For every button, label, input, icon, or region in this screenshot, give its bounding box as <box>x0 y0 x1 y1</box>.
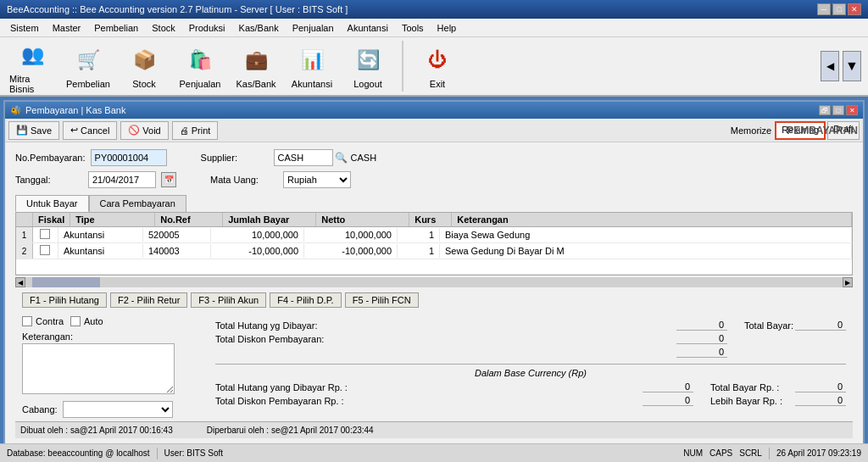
th-fiskal: Fiskal <box>33 213 70 226</box>
toolbar-separator <box>402 41 403 92</box>
print-label: Print <box>192 125 211 136</box>
f3-pilih-akun-button[interactable]: F3 - Pilih Akun <box>191 292 266 308</box>
void-button[interactable]: 🚫 Void <box>120 121 168 140</box>
auto-checkbox[interactable] <box>70 316 81 326</box>
keterangan-textarea[interactable] <box>22 343 175 394</box>
diperbarui-info: Diperbarui oleh : se@21 April 2017 00:23… <box>207 426 374 435</box>
table-row[interactable]: 2 Akuntansi 140003 -10,000,000 -10,000,0… <box>16 243 852 259</box>
tanggal-input[interactable] <box>88 171 156 188</box>
toolbar-penjualan[interactable]: 🛍️ Penjualan <box>175 41 225 92</box>
f1-pilih-hutang-button[interactable]: F1 - Pilih Hutang <box>22 292 107 308</box>
menu-pembelian[interactable]: Pembelian <box>87 21 145 35</box>
horizontal-scrollbar[interactable]: ◀ ▶ <box>15 277 853 287</box>
print-icon: 🖨 <box>180 125 189 136</box>
toolbar-pembelian[interactable]: 🛒 Pembelian <box>63 41 114 92</box>
row2-netto: -10,000,000 <box>304 244 398 258</box>
table-row[interactable]: 1 Akuntansi 520005 10,000,000 10,000,000… <box>16 227 852 243</box>
menu-help[interactable]: Help <box>431 21 464 35</box>
cabang-select[interactable] <box>63 401 173 418</box>
title-buttons: ─ □ ✕ <box>817 3 861 15</box>
menu-produksi[interactable]: Produksi <box>182 21 232 35</box>
lebih-bayar-rp-value: 0 <box>795 395 846 406</box>
window-close-button[interactable]: ✕ <box>846 105 858 115</box>
lebih-bayar-rp-row: Lebih Bayar Rp. : 0 <box>710 395 846 406</box>
total-diskon-label: Total Diskon Pembayaran: <box>215 334 324 344</box>
f5-pilih-fcn-button[interactable]: F5 - Pilih FCN <box>345 292 419 308</box>
row2-keterangan: Sewa Gedung Di Bayar Di M <box>440 244 852 258</box>
keterangan-label: Keterangan: <box>22 331 209 342</box>
tab-untuk-bayar[interactable]: Untuk Bayar <box>15 195 89 212</box>
no-pembayaran-input[interactable] <box>91 149 167 166</box>
print-button[interactable]: 🖨 Print <box>172 121 219 140</box>
menu-kasbank[interactable]: Kas/Bank <box>232 21 286 35</box>
total-bayar-rp-value: 0 <box>795 381 846 392</box>
f2-pilih-retur-button[interactable]: F2 - Pilih Retur <box>110 292 187 308</box>
f4-pilih-dp-button[interactable]: F4 - Pilih D.P. <box>270 292 341 308</box>
total-hutang-row: Total Hutang yg Dibayar: 0 <box>215 320 727 331</box>
no-pembayaran-label: No.Pembayaran: <box>15 153 86 163</box>
nav-forward-button[interactable]: ▼ <box>843 51 861 81</box>
toolbar-kasbank-label: Kas/Bank <box>236 79 275 89</box>
database-status: Database: beeaccounting @ localhost <box>7 448 150 458</box>
contra-label: Contra <box>36 316 64 326</box>
toolbar-stock-label: Stock <box>132 79 156 89</box>
pembelian-icon: 🛒 <box>71 43 105 77</box>
mata-uang-label: Mata Uang: <box>210 175 278 185</box>
caps-indicator: CAPS <box>709 448 732 458</box>
menu-sistem[interactable]: Sistem <box>3 21 46 35</box>
table-header: Fiskal Tipe No.Ref Jumlah Bayar Netto Ku… <box>16 213 852 227</box>
maximize-button[interactable]: □ <box>832 3 846 15</box>
row1-noref: 520005 <box>143 228 211 242</box>
toolbar-stock[interactable]: 📦 Stock <box>119 41 170 92</box>
toolbar-akuntansi[interactable]: 📊 Akuntansi <box>287 41 337 92</box>
th-jumlah: Jumlah Bayar <box>223 213 316 226</box>
toolbar-kasbank[interactable]: 💼 Kas/Bank <box>231 41 281 92</box>
bottom-section: Contra Auto Keterangan: Cabang: <box>15 313 853 421</box>
toolbar-logout[interactable]: 🔄 Logout <box>342 41 393 92</box>
stock-icon: 📦 <box>127 43 161 77</box>
window-maximize-button[interactable]: □ <box>832 105 844 115</box>
contra-checkbox[interactable] <box>22 316 32 326</box>
data-table: Fiskal Tipe No.Ref Jumlah Bayar Netto Ku… <box>15 212 853 276</box>
menu-master[interactable]: Master <box>46 21 88 35</box>
mata-uang-select[interactable]: Rupiah <box>283 171 351 188</box>
total-bayar-value: 0 <box>795 320 846 331</box>
row1-netto: 10,000,000 <box>304 228 398 242</box>
scroll-thumb[interactable] <box>32 277 100 287</box>
dibuat-info: Dibuat oleh : sa@21 April 2017 00:16:43 <box>20 426 173 435</box>
toolbar-mitra-bisnis[interactable]: 👥 Mitra Bisnis <box>7 36 58 97</box>
scroll-right-button[interactable]: ▶ <box>843 277 853 287</box>
scroll-left-button[interactable]: ◀ <box>15 277 25 287</box>
contra-checkbox-label: Contra <box>22 316 64 326</box>
supplier-search-icon[interactable]: 🔍 <box>335 152 348 164</box>
menu-akuntansi[interactable]: Akuntansi <box>341 21 395 35</box>
toolbar-exit[interactable]: ⏻ Exit <box>412 41 463 92</box>
close-button[interactable]: ✕ <box>848 3 861 15</box>
total-bayar-label: Total Bayar: <box>744 320 793 331</box>
row2-checkbox[interactable] <box>40 245 50 255</box>
tab-cara-pembayaran[interactable]: Cara Pembayaran <box>89 195 186 212</box>
table-row-empty <box>16 259 852 275</box>
window-title-text: Pembayaran | Kas Bank <box>25 105 125 115</box>
total-bayar-row: Total Bayar: 0 <box>744 320 846 331</box>
tanggal-calendar-button[interactable]: 📅 <box>161 172 176 187</box>
save-button[interactable]: 💾 Save <box>8 121 59 140</box>
menu-tools[interactable]: Tools <box>395 21 431 35</box>
row1-checkbox[interactable] <box>40 229 50 239</box>
supplier-name-display: CASH <box>351 153 377 163</box>
cancel-button[interactable]: ↩ Cancel <box>63 121 117 140</box>
th-netto: Netto <box>316 213 409 226</box>
toolbar-mitra-bisnis-label: Mitra Bisnis <box>9 74 55 94</box>
cabang-row: Cabang: <box>22 401 209 418</box>
minimize-button[interactable]: ─ <box>817 3 831 15</box>
supplier-search-area: 🔍 CASH <box>274 149 377 166</box>
nav-back-button[interactable]: ◀ <box>821 51 839 81</box>
th-keterangan: Keterangan <box>452 213 852 226</box>
supplier-input[interactable] <box>274 149 333 166</box>
save-icon: 💾 <box>16 125 28 136</box>
menu-penjualan[interactable]: Penjualan <box>286 21 341 35</box>
window-restore-button[interactable]: 🗗 <box>819 105 831 115</box>
status-bar: Database: beeaccounting @ localhost User… <box>0 443 868 462</box>
menu-stock[interactable]: Stock <box>145 21 182 35</box>
toolbar-exit-label: Exit <box>430 79 445 89</box>
